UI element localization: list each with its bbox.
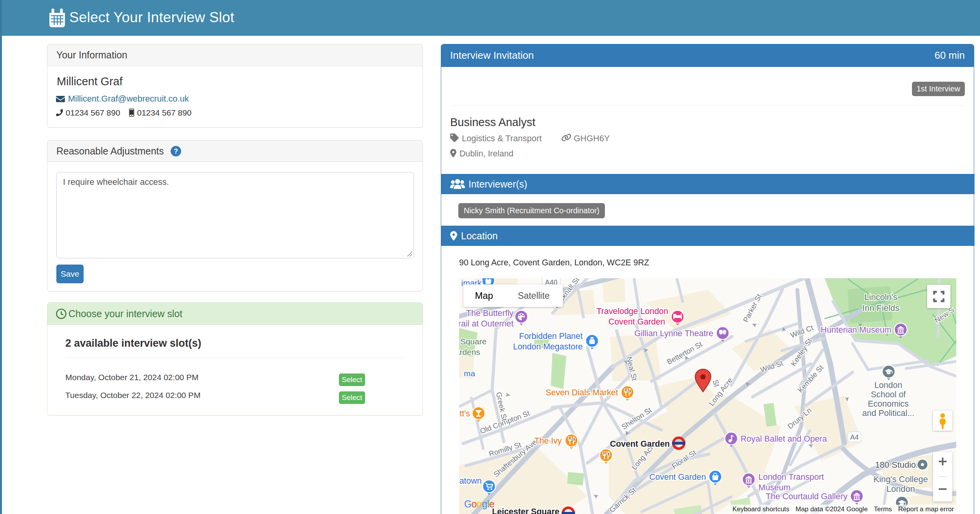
svg-text:Forbidden Planet: Forbidden Planet	[519, 332, 583, 341]
svg-text:ma: ma	[464, 369, 475, 378]
svg-text:The Butterfly: The Butterfly	[466, 309, 514, 318]
svg-text:Museum: Museum	[758, 483, 790, 492]
svg-text:London Megastore: London Megastore	[513, 342, 583, 351]
svg-text:Economics: Economics	[868, 399, 908, 409]
svg-text:Inn Fields: Inn Fields	[862, 303, 899, 313]
svg-text:The Courtauld Gallery: The Courtauld Gallery	[766, 492, 848, 501]
svg-text:e Square: e Square	[459, 337, 487, 346]
svg-text:Covent Garden: Covent Garden	[610, 439, 670, 449]
svg-text:?: ?	[174, 147, 178, 155]
svg-text:ardens: ardens	[459, 347, 480, 356]
svg-text:180 Studios: 180 Studios	[875, 460, 920, 470]
svg-text:Lincoln's: Lincoln's	[865, 292, 898, 302]
svg-text:Gillian Lynne Theatre: Gillian Lynne Theatre	[634, 329, 713, 338]
svg-text:School of: School of	[871, 390, 906, 399]
svg-text:Leicester Square: Leicester Square	[492, 507, 559, 514]
svg-text:Hunterian Museum: Hunterian Museum	[821, 325, 891, 335]
svg-text:Covent Garden: Covent Garden	[608, 317, 665, 326]
svg-text:London Transport: London Transport	[758, 472, 824, 482]
svg-text:atown: atown	[459, 476, 482, 486]
svg-text:rail at Outernet: rail at Outernet	[459, 319, 514, 328]
svg-text:Seven Dials Market: Seven Dials Market	[546, 388, 618, 397]
svg-text:Covent Garden: Covent Garden	[649, 472, 706, 482]
svg-text:tt's: tt's	[459, 409, 470, 418]
svg-text:and Political...: and Political...	[862, 409, 914, 418]
svg-text:London: London	[886, 484, 915, 494]
svg-text:Travelodge London: Travelodge London	[597, 307, 668, 316]
svg-text:The Ivy: The Ivy	[535, 436, 562, 446]
svg-text:London: London	[874, 381, 902, 390]
svg-text:King's College: King's College	[873, 474, 928, 484]
svg-text:A4: A4	[850, 433, 859, 441]
svg-text:Royal Ballet and Opera: Royal Ballet and Opera	[741, 434, 827, 444]
